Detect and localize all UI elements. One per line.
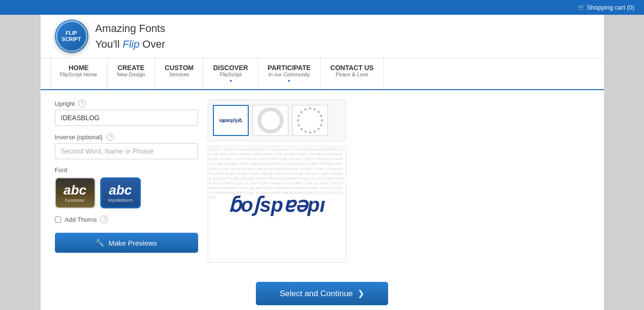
upright-label: Upright ?	[55, 100, 198, 107]
add-thorns-row: Add Thorns ?	[55, 216, 198, 223]
font-option-fyrewater[interactable]: abc FyreWater	[55, 177, 95, 208]
inverse-label: Inverse (optional) ?	[55, 133, 198, 141]
cart-label: Shopping cart (0)	[587, 4, 634, 11]
font-option-wyndestorm[interactable]: abc WyndeStorm	[100, 177, 141, 208]
nav-item-home[interactable]: HOME FlipScript Home	[50, 58, 107, 89]
thumbnail-3[interactable]	[292, 105, 328, 136]
navigation: HOME FlipScript Home CREATE New Design C…	[41, 58, 604, 90]
inverse-input[interactable]	[55, 143, 198, 159]
font-options: abc FyreWater abc WyndeStorm	[55, 177, 198, 208]
thumbnail-row: ɓoʃspɐəpı	[208, 100, 346, 141]
content-area: Upright ? Inverse (optional) ? Font abc …	[41, 90, 604, 272]
bottom-bar: Select and Continue ❯	[41, 272, 604, 310]
preview-main-design: ɓoʃspɐəpı	[228, 193, 326, 216]
thorns-help-icon[interactable]: ?	[100, 216, 108, 223]
logo: FLIP SCRIPT	[55, 20, 88, 53]
nav-item-participate[interactable]: PARTICIPATE In our Community ▾	[258, 58, 321, 89]
inverse-help-icon[interactable]: ?	[106, 133, 114, 141]
nav-item-create[interactable]: CREATE New Design	[107, 58, 155, 89]
upright-help-icon[interactable]: ?	[78, 100, 86, 107]
main-wrapper: FLIP SCRIPT Amazing Fonts You'll Flip Ov…	[41, 15, 604, 310]
header: FLIP SCRIPT Amazing Fonts You'll Flip Ov…	[41, 15, 604, 58]
wrench-icon: 🔧	[95, 238, 105, 247]
cart-icon: 🛒	[578, 4, 585, 11]
font-label: Font	[55, 166, 198, 174]
add-thorns-checkbox[interactable]	[55, 217, 61, 223]
preview-area: DO NOT COPY. FROM FLIPSCRIPT.COM. DO NOT…	[208, 146, 346, 263]
left-panel: Upright ? Inverse (optional) ? Font abc …	[55, 100, 198, 263]
right-panel: ɓoʃspɐəpı DO NOT COPY. FROM FLIPSCRIPT.C…	[208, 100, 590, 263]
nav-item-contact[interactable]: CONTACT US Peace & Love	[321, 58, 384, 89]
select-continue-button[interactable]: Select and Continue ❯	[256, 282, 388, 305]
thumbnail-1[interactable]: ɓoʃspɐəpı	[213, 105, 249, 136]
top-bar: 🛒 Shopping cart (0)	[0, 0, 644, 15]
add-thorns-label[interactable]: Add Thorns	[65, 216, 97, 223]
arrow-icon: ❯	[358, 289, 364, 299]
nav-item-custom[interactable]: CUSTOM Services	[155, 58, 203, 89]
upright-input[interactable]	[55, 110, 198, 126]
nav-item-discover[interactable]: DISCOVER FlipScript ▾	[203, 58, 258, 89]
thumbnail-2[interactable]	[253, 105, 288, 136]
tagline: Amazing Fonts You'll Flip Over	[95, 21, 166, 52]
logo-area: FLIP SCRIPT Amazing Fonts You'll Flip Ov…	[55, 20, 166, 53]
make-previews-button[interactable]: 🔧 Make Previews	[55, 233, 198, 253]
